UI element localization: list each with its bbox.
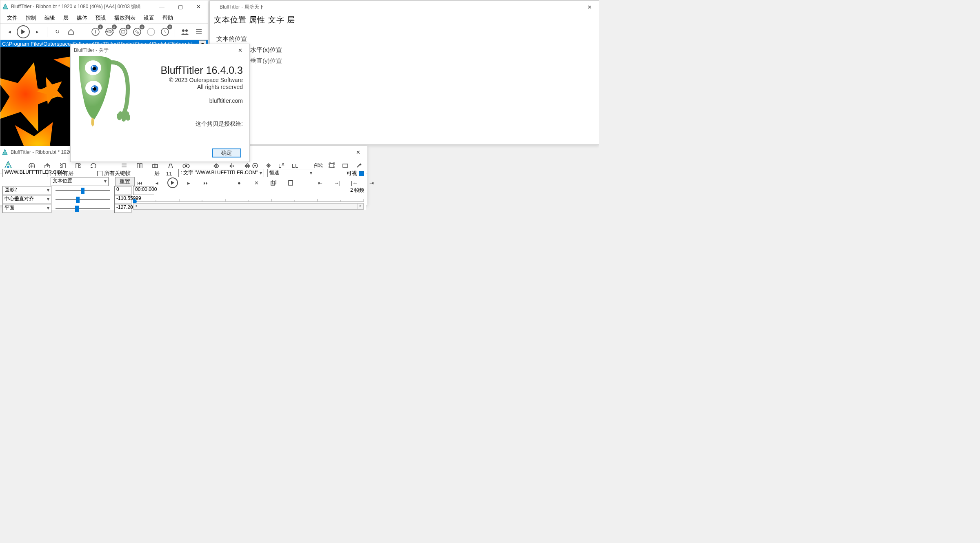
about-dialog: BluffTitler - 关于 ✕ BluffTitler 16.4.0.3 … xyxy=(70,44,250,162)
menu-layer[interactable]: 层 xyxy=(59,13,73,23)
app-icon xyxy=(2,3,9,10)
time-input[interactable]: 00:00.000 xyxy=(133,186,154,195)
svg-point-14 xyxy=(185,29,188,32)
svg-text:Abc: Abc xyxy=(314,163,322,168)
style-select[interactable]: 平面 xyxy=(2,204,51,213)
svg-rect-28 xyxy=(63,164,65,168)
tool-abc-icon[interactable]: Abc2 xyxy=(103,25,116,38)
tool-text-icon[interactable]: T3 xyxy=(89,25,102,38)
layer-text-input[interactable]: WWW.BLUFFTITLER.COM xyxy=(2,169,47,178)
svg-rect-29 xyxy=(76,164,78,168)
value-1-input[interactable]: 0 xyxy=(114,186,131,195)
menu-media[interactable]: 媒体 xyxy=(73,13,91,23)
website: blufftitler.com xyxy=(142,98,243,104)
licensed-to: 这个拷贝是授权给: xyxy=(142,120,243,128)
app-icon xyxy=(2,149,8,155)
all-layers-checkbox[interactable]: 所有层 xyxy=(51,170,73,177)
about-info: BluffTitler 16.4.0.3 © 2023 Outerspace S… xyxy=(136,56,249,153)
svg-marker-47 xyxy=(233,165,234,167)
key-prev-icon[interactable]: →| xyxy=(331,176,344,189)
slider-3[interactable] xyxy=(56,205,110,212)
svg-rect-27 xyxy=(60,164,62,168)
svg-text:x: x xyxy=(282,162,284,167)
menu-preset[interactable]: 预设 xyxy=(91,13,110,23)
svg-marker-0 xyxy=(3,4,8,9)
play-button[interactable] xyxy=(17,25,30,38)
prev-icon[interactable]: ◂ xyxy=(3,25,16,38)
tool-clock-icon[interactable]: 5 xyxy=(158,25,171,38)
help-line-1: 第1个滑块：水平(x)位置 xyxy=(216,46,592,54)
minimize-button[interactable]: — xyxy=(153,0,171,13)
menu-icon[interactable] xyxy=(192,25,205,38)
menu-settings[interactable]: 设置 xyxy=(140,13,158,23)
record-icon[interactable]: ● xyxy=(233,176,246,189)
help-window: BluffTitler - 周济天下 ✕ 文本位置 属性 文字 层 文本的位置 … xyxy=(209,0,599,145)
align-select[interactable]: 中心垂直对齐 xyxy=(2,195,51,204)
svg-marker-40 xyxy=(169,164,173,168)
timeline-scrubber[interactable] xyxy=(133,196,364,204)
tool-image-icon[interactable]: 5 xyxy=(117,25,130,38)
svg-marker-44 xyxy=(217,164,219,168)
tool-model-icon[interactable]: 1 xyxy=(131,25,144,38)
svg-point-65 xyxy=(254,165,256,166)
all-keys-checkbox[interactable]: 所有关键帧 xyxy=(97,170,131,177)
help-title: BluffTitler - 周济天下 xyxy=(211,4,597,11)
slider-1[interactable] xyxy=(56,187,110,194)
menu-help[interactable]: 帮助 xyxy=(158,13,177,23)
svg-rect-76 xyxy=(271,181,275,185)
value-3-input[interactable]: -127.20000 xyxy=(114,204,131,213)
svg-rect-30 xyxy=(80,164,81,168)
copyright: © 2023 Outerspace Software xyxy=(142,77,243,83)
svg-rect-36 xyxy=(140,164,142,168)
paste-icon[interactable] xyxy=(284,176,297,189)
slider-2[interactable] xyxy=(56,196,110,203)
reload-icon[interactable]: ↻ xyxy=(51,25,64,38)
fps-label: 2 帧频 xyxy=(350,187,364,194)
reset-button[interactable]: 重置 xyxy=(115,177,135,186)
help-tabs[interactable]: 文本位置 属性 文字 层 xyxy=(210,13,599,27)
next-icon[interactable]: ▸ xyxy=(31,25,44,38)
menu-playlist[interactable]: 播放列表 xyxy=(110,13,140,23)
key-last-icon[interactable]: ⇥ xyxy=(365,176,378,189)
menu-control[interactable]: 控制 xyxy=(22,13,40,23)
key-first-icon[interactable]: ⇤ xyxy=(313,176,327,189)
about-close-button[interactable]: ✕ xyxy=(231,44,249,56)
main-menubar: 文件 控制 编辑 层 媒体 预设 播放列表 设置 帮助 xyxy=(0,13,208,24)
timeline-close-button[interactable]: ✕ xyxy=(349,146,367,158)
mascot-image xyxy=(71,56,136,130)
svg-marker-46 xyxy=(229,165,231,167)
help-titlebar[interactable]: BluffTitler - 周济天下 xyxy=(210,1,599,13)
svg-marker-43 xyxy=(214,164,216,168)
ok-button[interactable]: 确定 xyxy=(212,148,241,157)
layer-number: 11 xyxy=(166,171,172,177)
svg-point-42 xyxy=(185,165,187,167)
svg-marker-75 xyxy=(171,181,174,185)
users-icon[interactable] xyxy=(178,25,191,38)
close-button[interactable]: ✕ xyxy=(189,0,208,13)
svg-rect-35 xyxy=(137,164,139,168)
delete-key-icon[interactable]: ✕ xyxy=(250,176,263,189)
svg-point-23 xyxy=(7,166,9,168)
about-titlebar[interactable]: BluffTitler - 关于 xyxy=(71,44,249,56)
goto-end-icon[interactable]: ⏭ xyxy=(199,176,212,189)
step-fwd-icon[interactable]: ▸ xyxy=(182,176,195,189)
menu-edit[interactable]: 编辑 xyxy=(40,13,59,23)
svg-point-9 xyxy=(136,31,137,32)
property-select[interactable]: 文本位置 xyxy=(51,177,109,186)
menu-file[interactable]: 文件 xyxy=(3,13,22,23)
svg-point-13 xyxy=(182,29,184,32)
help-line-2: 第2个滑块：垂直(y)位置 xyxy=(216,57,592,65)
svg-marker-20 xyxy=(2,149,7,155)
tool-undo-icon[interactable] xyxy=(144,25,158,38)
copy-icon[interactable] xyxy=(267,176,280,189)
maximize-button[interactable]: ▢ xyxy=(171,0,189,13)
help-line-0: 文本的位置 xyxy=(216,35,592,43)
svg-point-96 xyxy=(92,66,93,68)
svg-rect-77 xyxy=(272,180,276,184)
home-icon[interactable] xyxy=(64,25,78,38)
help-close-button[interactable]: ✕ xyxy=(580,1,599,13)
value-2-input[interactable]: -110.55999 xyxy=(114,195,131,204)
shape-select[interactable]: 圆形2 xyxy=(2,186,51,195)
timeline-scrollbar[interactable]: ◂ ▸ xyxy=(133,203,364,210)
play-button-2[interactable] xyxy=(167,177,178,188)
